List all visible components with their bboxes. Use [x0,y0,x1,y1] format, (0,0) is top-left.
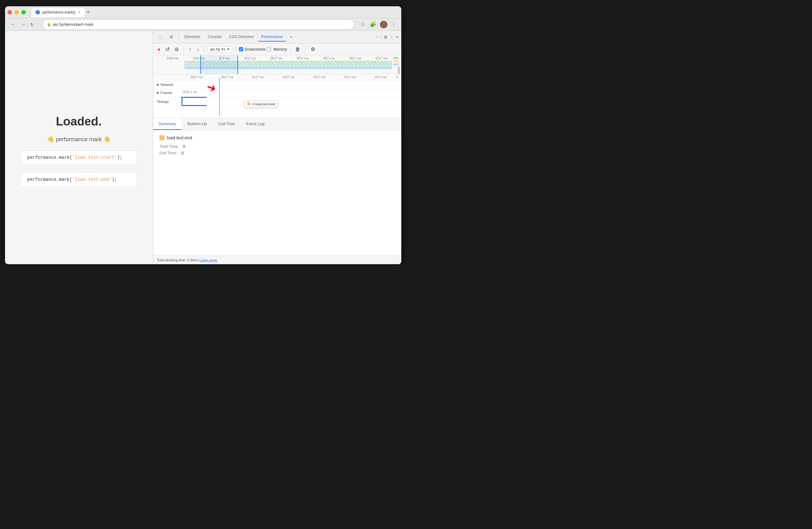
perf-sep-3 [235,46,236,53]
timeline-minimap-labels: 1000 ms 2000 ms 817 ms 1817 ms 2817 ms 3… [153,57,401,60]
close-light[interactable] [8,10,12,14]
dl-4017: 4017 ms [212,75,243,79]
tab-elements[interactable]: Elements [182,33,203,42]
tab-call-tree[interactable]: Call Tree [213,118,240,130]
download-button[interactable]: ↓ [195,45,201,54]
ts-6817: 6817 ms [376,57,388,60]
memory-label: Memory [273,47,287,52]
learn-more-link[interactable]: Learn more [199,258,217,262]
timeline-detail-labels: 3917 ms 4017 ms 4117 ms 4217 ms 4317 ms … [153,74,401,81]
back-button[interactable]: ← [9,20,18,29]
extensions-button[interactable]: 🧩 [368,20,377,29]
selection-bracket-top [182,97,207,98]
self-time-row: Self Time 0 [159,151,395,155]
page-heading: Loaded. [56,115,102,128]
tab-more[interactable]: » [287,33,295,42]
dl-4117: 4117 ms [243,75,274,79]
traffic-lights [8,10,26,14]
warning-badge[interactable]: ⚠ 1 [376,35,382,39]
dl-end: 4 [396,75,401,79]
timings-track-label: Timings [157,100,169,103]
ts-4817: 4817 ms [323,57,335,60]
summary-title-row: load.text:end [159,135,395,140]
scrollbar-thumb[interactable] [397,66,400,74]
lock-icon: 🔒 [47,22,51,26]
net-label: NET [393,63,399,66]
devtools-cursor-icon[interactable]: ⬚ [156,33,165,42]
perf-sep-1 [184,46,184,53]
tab-performance[interactable]: Performance [258,33,286,42]
code1-string: 'load.text:start' [72,155,117,160]
avatar[interactable] [380,21,388,28]
network-expand-button[interactable]: ▶ [157,83,159,86]
refresh-button[interactable]: ↻ [29,20,35,29]
bottom-panel: Summary Bottom-Up Call Tree Event Log lo… [153,118,401,264]
tab-summary[interactable]: Summary [153,118,182,130]
devtools-more-button[interactable]: ⋮ [390,34,394,40]
upload-button[interactable]: ↑ [187,45,193,54]
tooltip-dot [247,102,250,105]
perf-settings-button[interactable]: ⚙ [309,45,317,54]
frames-expand-button[interactable]: ▶ [157,91,159,94]
code1-suffix: ); [117,155,122,160]
tab-favicon [35,10,40,14]
code2-prefix: performance.mark( [27,177,72,182]
maximize-light[interactable] [21,10,26,14]
main-area: Loaded. 👋 performance mark 👋 performance… [5,31,401,264]
ts-5817: 5817 ms [349,57,361,60]
trash-button[interactable]: 🗑 [293,45,302,54]
status-bar: Total blocking time: 0.00ms Learn more [153,255,401,264]
new-tab-button[interactable]: + [86,9,90,15]
memory-checkbox-row[interactable]: Memory [267,47,287,52]
tab-bar: performance.mark() × + [5,6,401,18]
frames-track: ▶ Frames 3935.1 ms [153,89,401,97]
address-bar[interactable]: 🔒 jec.fyi/demo/perf-mark [43,19,354,30]
code2-string: 'load.text:end' [72,177,112,182]
entry-name: load.text:end [167,135,192,140]
screenshots-checkbox-row[interactable]: Screenshots [239,47,265,52]
blue-vline [219,78,220,116]
fps-cpu-net-labels: FPS CPU NET [393,57,399,66]
devtools-toolbar: ⬚ ⊞ Elements Console CSS Overview Perfor… [153,31,401,43]
devtools-responsive-icon[interactable]: ⊞ [167,33,176,42]
devtools-settings-button[interactable]: ⚙ [384,34,388,40]
clear-button[interactable]: ⊘ [173,45,180,54]
browser-tab[interactable]: performance.mark() × [31,7,86,17]
code1-prefix: performance.mark( [27,155,72,160]
page-content: Loaded. 👋 performance mark 👋 performance… [5,31,153,264]
browser-window: performance.mark() × + ← → ↻ 🔒 jec.fyi/d… [5,6,401,264]
record-button[interactable]: ● [156,45,163,54]
self-time-value: 0 [182,151,184,155]
total-time-value: 0 [183,144,185,149]
ts-1000: 1000 ms [166,57,178,60]
address-bar-row: ← → ↻ 🔒 jec.fyi/demo/perf-mark ☆ 🧩 ⋮ [5,18,401,31]
network-track-label: Network [161,83,173,86]
menu-button[interactable]: ⋮ [390,20,397,29]
session-selector[interactable]: jec.fyi #1 ▼ [207,46,232,53]
timeline-minimap[interactable]: 1000 ms 2000 ms 817 ms 1817 ms 2817 ms 3… [153,55,401,74]
tab-event-log[interactable]: Event Log [240,118,270,130]
perf-sep-4 [290,46,290,53]
screenshots-label: Screenshots [244,47,265,52]
tab-console[interactable]: Console [205,33,225,42]
bookmark-button[interactable]: ☆ [359,20,366,29]
reload-record-button[interactable]: ↺ [163,45,171,54]
fps-label: FPS [393,57,399,60]
tab-css-overview[interactable]: CSS Overview [226,33,257,42]
tab-close-button[interactable]: × [78,10,81,14]
dl-4417: 4417 ms [335,75,365,79]
tab-bottom-up[interactable]: Bottom-Up [182,118,213,130]
browser-toolbar-right: ☆ 🧩 ⋮ [359,20,397,29]
perf-toolbar: ● ↺ ⊘ ↑ ↓ jec.fyi #1 ▼ Screenshots [153,43,401,55]
code2-suffix: ); [112,177,117,182]
screenshots-checkbox[interactable] [239,47,243,51]
devtools-close-button[interactable]: × [396,34,398,40]
dl-4317: 4317 ms [304,75,335,79]
timings-track-content: ➜ 0 load.text:end [182,97,401,106]
network-track: ▶ Network [153,81,401,89]
forward-button[interactable]: → [19,20,28,29]
dl-4217: 4217 ms [273,75,304,79]
minimize-light[interactable] [14,10,19,14]
perf-sep-2 [204,46,204,53]
memory-checkbox[interactable] [267,47,271,51]
